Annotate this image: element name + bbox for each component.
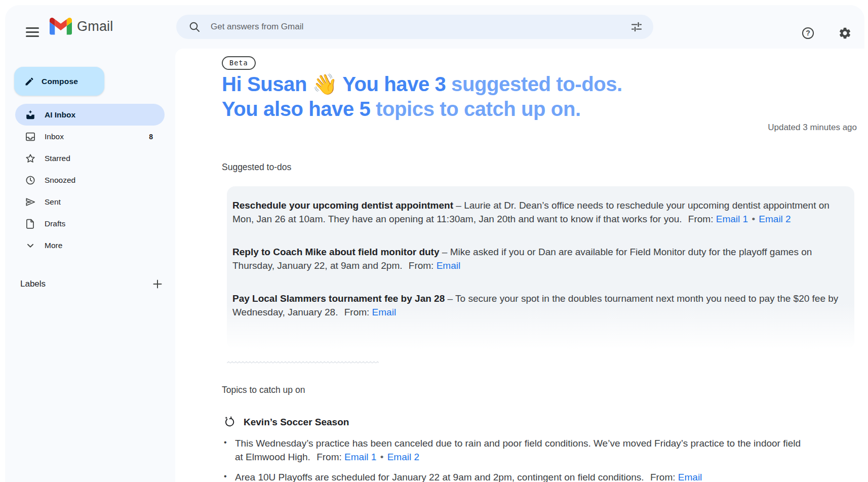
sidebar-item-more[interactable]: More	[5, 234, 170, 256]
tune-icon[interactable]	[629, 19, 644, 34]
email-link[interactable]: Email	[678, 472, 702, 482]
beta-badge: Beta	[222, 56, 256, 70]
suggested-todos-card: Reschedule your upcoming dentist appoint…	[227, 186, 854, 349]
from-label: From:	[409, 260, 434, 271]
dash: –	[456, 200, 461, 211]
search-input[interactable]	[211, 22, 629, 32]
labels-title: Labels	[20, 279, 46, 289]
sidebar-item-label: Starred	[45, 154, 70, 163]
sidebar-item-label: Sent	[45, 197, 61, 207]
dash: –	[448, 293, 453, 304]
todo-item: Pay Local Slammers tournament fee by Jan…	[232, 292, 842, 319]
refresh-sparkle-icon	[224, 416, 235, 428]
email-link[interactable]: Email 2	[759, 214, 791, 224]
ai-inbox-icon	[24, 109, 36, 121]
list-item: • This Wednesday’s practice has been can…	[224, 436, 837, 464]
inbox-icon	[24, 131, 36, 143]
list-item: • Area 10U Playoffs are scheduled for Ja…	[224, 470, 837, 482]
pencil-icon	[24, 76, 34, 87]
sidebar-item-label: Drafts	[45, 219, 65, 228]
send-icon	[24, 196, 36, 208]
sidebar-item-snoozed[interactable]: Snoozed	[5, 169, 170, 191]
compose-label: Compose	[42, 77, 78, 86]
sidebar-item-label: AI Inbox	[45, 110, 75, 119]
greeting-line-2: You also have 5 topics to catch up on.	[222, 97, 622, 122]
todo-title: Reply to Coach Mike about field monitor …	[232, 247, 440, 257]
bullet-icon: •	[224, 436, 235, 464]
sidebar-item-starred[interactable]: Starred	[5, 147, 170, 169]
dash: –	[442, 247, 448, 257]
gmail-logo: Gmail	[50, 18, 113, 35]
sidebar-item-label: More	[45, 241, 62, 250]
greeting-line-1: Hi Susan 👋 You have 3 suggested to-dos.	[222, 72, 622, 97]
top-bar: Gmail ?	[5, 5, 864, 49]
link-separator: •	[379, 452, 385, 462]
hamburger-icon[interactable]	[20, 20, 45, 44]
labels-section-header: Labels	[20, 275, 166, 293]
topic-bullets: • This Wednesday’s practice has been can…	[224, 436, 837, 482]
from-label: From:	[344, 307, 370, 317]
link-separator: •	[751, 214, 756, 224]
gmail-logo-icon	[50, 18, 72, 35]
from-label: From:	[317, 452, 342, 462]
from-label: From:	[650, 472, 676, 482]
sidebar-item-drafts[interactable]: Drafts	[5, 213, 170, 234]
chevron-down-icon	[24, 239, 36, 252]
updated-timestamp: Updated 3 minutes ago	[768, 123, 857, 133]
email-link[interactable]: Email 1	[716, 214, 748, 224]
plus-icon[interactable]	[149, 275, 166, 293]
inbox-unread-count: 8	[149, 133, 153, 141]
bullet-text: Area 10U Playoffs are scheduled for Janu…	[235, 470, 802, 482]
search-icon	[188, 21, 201, 33]
email-link[interactable]: Email 2	[387, 452, 419, 462]
todo-item: Reply to Coach Mike about field monitor …	[232, 245, 842, 272]
email-link[interactable]: Email 1	[344, 452, 376, 462]
bullet-icon: •	[224, 470, 235, 482]
search-bar[interactable]	[176, 15, 653, 39]
draft-icon	[24, 218, 36, 230]
sidebar-item-inbox[interactable]: Inbox 8	[5, 126, 170, 147]
wavy-divider	[227, 360, 379, 365]
todo-item: Reschedule your upcoming dentist appoint…	[232, 198, 842, 226]
product-name: Gmail	[77, 19, 113, 34]
help-icon[interactable]: ?	[799, 24, 816, 42]
page-title: Hi Susan 👋 You have 3 suggested to-dos. …	[222, 72, 622, 122]
sidebar-item-ai-inbox[interactable]: AI Inbox	[15, 104, 165, 126]
topics-section-title: Topics to catch up on	[222, 385, 305, 395]
sidebar-item-label: Snoozed	[45, 176, 75, 185]
sidebar-item-sent[interactable]: Sent	[5, 191, 170, 213]
main-panel: Beta Hi Susan 👋 You have 3 suggested to-…	[175, 49, 864, 482]
topic-header: Kevin’s Soccer Season	[224, 416, 349, 428]
bullet-text: This Wednesday’s practice has been cance…	[235, 436, 802, 464]
svg-text:?: ?	[806, 29, 810, 37]
todo-title: Pay Local Slammers tournament fee by Jan…	[232, 293, 445, 304]
sidebar-item-label: Inbox	[45, 132, 64, 141]
topic-title: Kevin’s Soccer Season	[244, 417, 349, 428]
from-label: From:	[688, 214, 714, 224]
gear-icon[interactable]	[836, 24, 853, 42]
sidebar: Compose AI Inbox Inbox 8	[5, 49, 175, 482]
compose-button[interactable]: Compose	[14, 67, 104, 96]
clock-icon	[24, 174, 36, 186]
todo-title: Reschedule your upcoming dentist appoint…	[232, 200, 453, 211]
todos-section-title: Suggested to-dos	[222, 162, 291, 173]
star-icon	[24, 152, 36, 165]
gmail-window: Gmail ?	[5, 5, 864, 482]
email-link[interactable]: Email	[372, 307, 397, 317]
email-link[interactable]: Email	[437, 260, 461, 271]
